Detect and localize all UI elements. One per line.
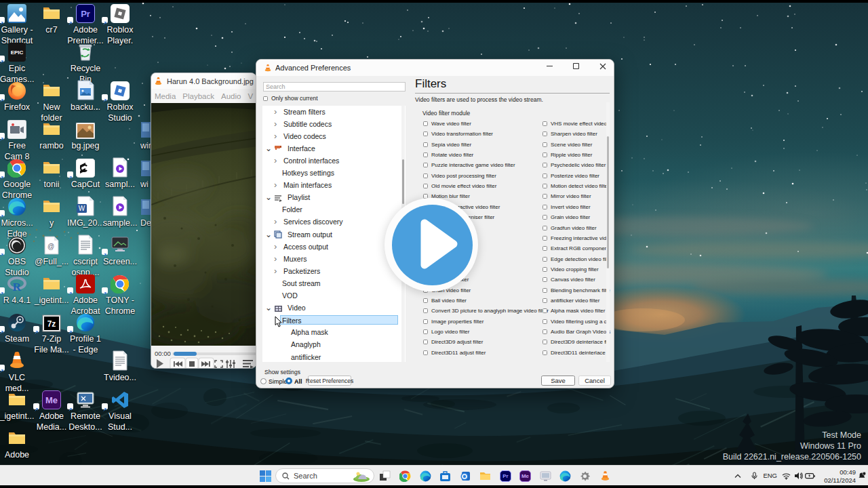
- svg-text:W: W: [79, 205, 85, 212]
- svg-text:@: @: [47, 243, 54, 250]
- svg-text:7z: 7z: [47, 319, 56, 329]
- svg-text:R: R: [13, 281, 22, 293]
